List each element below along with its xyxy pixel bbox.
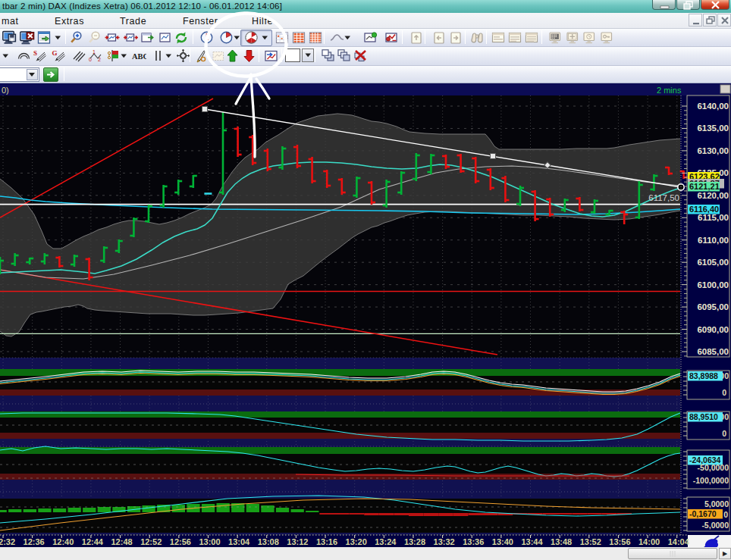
- toolbar-separator: [65, 30, 66, 44]
- histogram-bar-negative: [468, 513, 483, 515]
- trendline-handle-square[interactable]: [202, 107, 208, 112]
- list-window-3-icon[interactable]: [523, 30, 540, 45]
- dropdown-arrow-icon[interactable]: [164, 48, 174, 64]
- chart-window-icon[interactable]: [157, 30, 174, 45]
- save-chart-icon[interactable]: [2, 30, 18, 45]
- histogram-bar-negative: [587, 513, 602, 515]
- toolbar-separator: [193, 30, 193, 44]
- parallel-lines-tool-icon[interactable]: [71, 48, 87, 64]
- chart-red-signal-icon[interactable]: [384, 30, 400, 45]
- go-button[interactable]: [43, 67, 58, 82]
- restore-button[interactable]: [676, 0, 700, 10]
- window-next-icon[interactable]: [140, 30, 156, 45]
- chart-canvas[interactable]: 0)2 mins6117,506140,006135,006130,006125…: [0, 83, 731, 547]
- table-sparse-icon[interactable]: [274, 30, 290, 45]
- toolbar-separator: [64, 67, 64, 81]
- knife-tool-icon[interactable]: [193, 48, 210, 64]
- mdi-restore-button[interactable]: [703, 14, 717, 27]
- chart-corner-button[interactable]: [720, 85, 730, 93]
- page-next-icon[interactable]: [447, 30, 464, 45]
- restore-icon: [677, 0, 699, 9]
- menu-item-trade[interactable]: Trade: [120, 16, 146, 27]
- g-draw-tool-icon[interactable]: G: [51, 48, 67, 64]
- arrow-up-icon[interactable]: [224, 48, 241, 64]
- arc-tool-icon[interactable]: [16, 48, 33, 64]
- text-tool-icon[interactable]: ABC: [130, 48, 147, 64]
- scrollbar-right-arrow[interactable]: ▶: [719, 548, 731, 559]
- price-axis-label: 6120,00: [697, 191, 729, 200]
- toolbar-separator: [259, 48, 259, 62]
- scrollbar-thumb[interactable]: [628, 548, 717, 559]
- pie-wheel-icon[interactable]: [243, 30, 260, 45]
- export-window-icon[interactable]: [36, 30, 53, 45]
- panel-axis-label: 5,0000: [704, 499, 729, 508]
- dropdown-arrow-icon[interactable]: [232, 30, 242, 45]
- swatch-dropdown-icon[interactable]: [302, 48, 314, 62]
- trendline-handle-square[interactable]: [491, 154, 496, 159]
- cascade-front-icon[interactable]: [320, 48, 337, 64]
- right-arrow-icon: ▶: [723, 550, 727, 557]
- page-up-icon[interactable]: [408, 30, 425, 45]
- table-rows-icon[interactable]: [290, 30, 307, 45]
- histogram-bar-positive: [306, 511, 318, 512]
- close-button[interactable]: [701, 0, 729, 10]
- time-axis-label: 14:00: [638, 537, 660, 546]
- fib-count-tool-icon[interactable]: 102: [87, 48, 104, 64]
- histogram-bar-negative: [334, 513, 350, 515]
- monitor-grid-icon[interactable]: [547, 30, 563, 45]
- menu-item-fenster[interactable]: Fenster: [183, 16, 218, 27]
- symbol-combobox[interactable]: [0, 67, 39, 82]
- panel-value-text: 83,8988: [689, 371, 718, 380]
- refresh-icon[interactable]: [173, 30, 190, 45]
- close-chart-icon[interactable]: [19, 30, 36, 45]
- chart-area[interactable]: 0)2 mins6117,506140,006135,006130,006125…: [0, 83, 731, 547]
- cascade-back-icon[interactable]: [336, 48, 353, 64]
- clock-icon[interactable]: [199, 30, 215, 45]
- title-bar: tbar 2 min) DAX (Indizes Xetra) 06.01.20…: [0, 0, 731, 13]
- list-window-2-icon[interactable]: [507, 30, 523, 45]
- dropdown-arrow-icon[interactable]: [1, 48, 11, 64]
- panel-axis-label: 0: [723, 510, 728, 519]
- menu-item-mat[interactable]: mat: [2, 16, 19, 27]
- toolbar-separator: [281, 48, 282, 62]
- expand-chart-icon[interactable]: [122, 30, 139, 45]
- histogram-bar-positive: [0, 510, 7, 512]
- dropdown-arrow-icon[interactable]: [119, 48, 129, 64]
- compress-chart-icon[interactable]: [104, 30, 121, 45]
- time-axis-label: 13:56: [609, 537, 630, 546]
- panel-axis-label: 0: [722, 388, 726, 397]
- dropdown-arrow-icon[interactable]: [260, 30, 270, 45]
- time-axis-label: 12:56: [170, 537, 191, 546]
- monitor-key-icon[interactable]: [598, 30, 615, 45]
- time-axis-label: 13:36: [463, 537, 484, 546]
- chart-arrow-icon[interactable]: [263, 48, 280, 64]
- s-draw-tool-icon[interactable]: S: [32, 48, 49, 64]
- minimize-button[interactable]: [652, 0, 676, 10]
- zoom-in-icon[interactable]: [68, 30, 85, 45]
- toolbar-separator: [465, 30, 466, 44]
- histogram-bar-positive: [291, 509, 304, 512]
- monitor-clock-icon[interactable]: [581, 30, 598, 45]
- dropdown-arrow-icon[interactable]: [343, 30, 353, 45]
- menu-item-extras[interactable]: Extras: [55, 16, 84, 27]
- monitor-plus-icon[interactable]: [564, 30, 581, 45]
- dropdown-arrow-icon[interactable]: [53, 30, 63, 45]
- time-axis-label: 13:16: [316, 537, 337, 546]
- arrow-down-icon[interactable]: [241, 48, 258, 64]
- mdi-minimize-button[interactable]: [689, 14, 702, 27]
- combobox-dropdown-icon[interactable]: [27, 69, 38, 80]
- histogram-bar-negative: [573, 513, 588, 515]
- delete-object-icon[interactable]: [352, 48, 369, 64]
- binoculars-icon[interactable]: [469, 30, 485, 45]
- menu-item-hilfe[interactable]: Hilfe: [252, 16, 273, 27]
- horizontal-scrollbar[interactable]: ▶: [0, 547, 731, 560]
- zoom-out-icon[interactable]: [86, 30, 103, 45]
- mdi-close-button[interactable]: [717, 14, 731, 27]
- list-window-1-icon[interactable]: [490, 30, 507, 45]
- color-swatch[interactable]: [285, 48, 300, 62]
- histogram-bar-positive: [202, 504, 215, 512]
- chart-green-signal-icon[interactable]: [362, 30, 379, 45]
- histogram-bar-negative: [350, 513, 365, 515]
- table-dense-icon[interactable]: [307, 30, 324, 45]
- page-prev-icon[interactable]: [431, 30, 447, 45]
